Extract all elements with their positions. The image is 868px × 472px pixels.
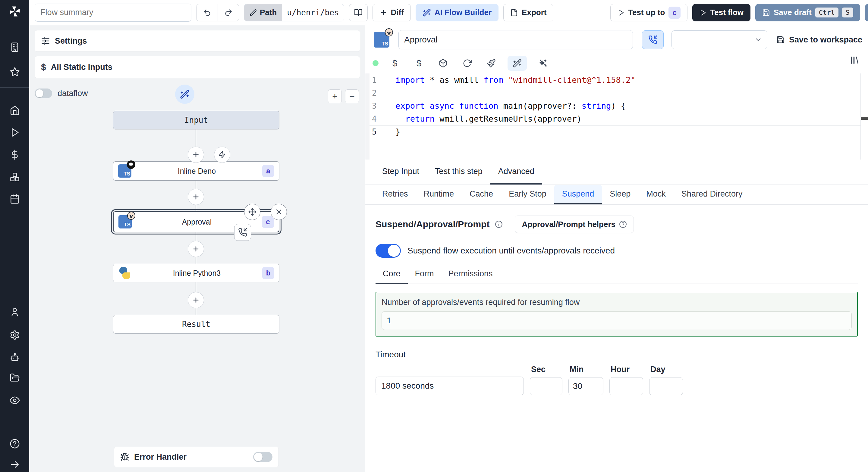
flow-node-inline-deno[interactable]: Inline Deno a [113,161,279,180]
home-icon[interactable] [10,105,20,115]
suspend-toggle-row: Suspend flow execution until events/appr… [375,244,858,258]
variables-dollar-icon[interactable]: $ [387,58,403,68]
ai-assist-wand-button[interactable] [507,56,527,71]
building-icon[interactable] [10,42,20,53]
collapse-arrow-right-icon[interactable] [10,459,20,470]
zoom-in-button[interactable]: + [328,90,342,103]
undo-button[interactable] [196,4,218,21]
timeout-hour-input[interactable] [610,377,643,395]
typescript-step-icon [374,32,390,47]
flow-node-result[interactable]: Result [113,315,279,334]
flow-preview-book-button[interactable] [349,4,368,21]
suspend-phone-toggle-button[interactable] [642,30,664,49]
tab-core[interactable]: Core [375,269,408,284]
diff-label: Diff [391,8,404,17]
all-static-inputs-bar[interactable]: $ All Static Inputs [35,56,360,78]
info-icon [495,221,503,228]
help-circle-icon[interactable] [10,439,20,449]
tab-form[interactable]: Form [408,269,441,284]
tab-mock[interactable]: Mock [638,185,674,204]
tab-retries[interactable]: Retries [374,185,416,204]
python-node-label: Inline Python3 [131,269,262,277]
advanced-tabs: Retries Runtime Cache Early Stop Suspend… [365,185,868,205]
delete-step-button[interactable] [271,204,287,220]
package-icon[interactable] [435,59,451,68]
code-line-4: 4 return wmill.getResumeUrls(approver) [365,112,861,125]
tab-sleep[interactable]: Sleep [602,185,638,204]
tab-early-stop[interactable]: Early Stop [501,185,554,204]
ai-step-wand-button[interactable] [175,85,194,104]
path-label: Path [260,8,277,17]
approval-prompt-helpers-button[interactable]: Approval/Prompt helpers [515,215,634,233]
add-step-button-1[interactable] [188,146,204,163]
audit-eye-icon[interactable] [10,395,20,405]
star-icon[interactable] [10,67,20,77]
code-editor[interactable]: 1 import * as wmill from "windmill-clien… [365,73,861,160]
tab-suspend[interactable]: Suspend [554,185,602,204]
book-open-icon [354,8,363,17]
format-brush-icon[interactable] [484,59,499,68]
add-step-button-3[interactable] [188,241,204,257]
save-draft-button[interactable]: Save draft Ctrl S [755,4,860,21]
error-handler-toggle[interactable] [253,452,273,462]
timeout-min-input[interactable] [568,377,603,395]
error-handler-bar[interactable]: Error Handler [114,447,279,467]
sparkles-off-icon[interactable] [535,59,551,68]
flow-settings-bar[interactable]: Settings [35,30,360,52]
timeout-sec-input[interactable] [530,377,562,395]
tab-runtime[interactable]: Runtime [416,185,462,204]
ai-flow-builder-button[interactable]: AI Flow Builder [415,4,498,21]
timeout-seconds-input[interactable] [375,377,524,395]
deploy-button-partial[interactable] [865,4,868,21]
schedules-calendar-icon[interactable] [10,194,20,204]
tab-advanced[interactable]: Advanced [490,160,542,184]
test-flow-label: Test flow [710,8,744,17]
runs-play-icon[interactable] [10,127,20,138]
redo-button[interactable] [218,4,239,21]
users-icon[interactable] [10,307,20,317]
add-step-button-4[interactable] [188,292,204,308]
language-select[interactable] [672,30,767,49]
diff-button[interactable]: Diff [373,4,411,21]
file-export-icon [510,9,518,16]
settings-gear-icon[interactable] [10,330,20,340]
tab-cache[interactable]: Cache [462,185,501,204]
windmill-logo-icon[interactable] [8,5,22,18]
path-control[interactable]: Path u/henri/bes [244,4,344,21]
timeout-row: Sec Min Hour Day [375,365,858,395]
tab-shared-directory[interactable]: Shared Directory [674,185,750,204]
suspend-toggle[interactable] [375,244,401,258]
path-button[interactable]: Path [244,4,282,21]
approvals-required-input[interactable] [381,311,852,330]
tab-step-input[interactable]: Step Input [374,160,427,184]
folders-icon[interactable] [10,373,20,383]
close-icon [275,208,283,216]
save-to-workspace-button[interactable]: Save to workspace [776,35,862,44]
add-trigger-button[interactable] [214,146,230,163]
add-step-button-2[interactable] [188,189,204,205]
flow-summary-input[interactable] [35,4,191,22]
dataflow-toggle[interactable] [35,89,52,98]
library-panel-icon[interactable] [849,56,859,65]
tab-permissions[interactable]: Permissions [441,269,500,284]
pencil-icon [250,9,257,16]
editor-scrollbar[interactable] [861,117,868,120]
approval-phone-badge[interactable] [234,224,251,241]
timeout-day-input[interactable] [649,377,683,395]
resources-boxes-icon[interactable] [10,172,20,182]
move-step-button[interactable] [244,204,260,220]
test-up-to-button[interactable]: Test up to c [610,4,687,21]
workers-robot-icon[interactable] [10,352,20,363]
tab-test-this-step[interactable]: Test this step [427,160,490,184]
flow-node-inline-python[interactable]: Inline Python3 b [113,264,279,282]
editor-gutter [365,73,370,160]
variables-dollar-icon[interactable] [10,149,20,160]
test-flow-button[interactable]: Test flow [692,4,750,21]
resources-dollar-icon[interactable]: $ [411,58,427,68]
step-name-input[interactable] [398,30,633,49]
dataflow-row: dataflow [35,89,88,98]
zoom-out-button[interactable]: − [345,90,359,103]
export-button[interactable]: Export [503,4,553,21]
reload-icon[interactable] [459,59,475,68]
flow-node-input[interactable]: Input [113,111,279,129]
